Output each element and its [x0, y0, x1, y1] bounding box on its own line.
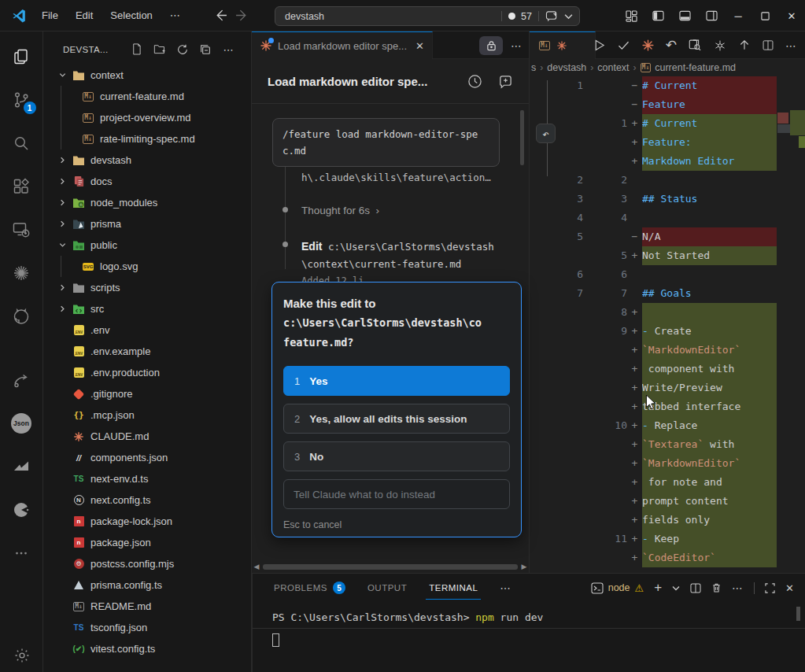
nav-back-button[interactable] — [214, 9, 227, 22]
tree-item-claude.md[interactable]: CLAUDE.md — [43, 426, 251, 447]
command-center-search[interactable]: devstash 57 — [275, 6, 580, 26]
activity-item-json[interactable]: Json — [0, 401, 43, 445]
activity-item-share[interactable] — [0, 358, 43, 401]
new-chat-icon[interactable] — [498, 74, 513, 89]
tree-item-components.json[interactable]: //components.json — [43, 447, 251, 468]
activity-item-analytics[interactable] — [0, 445, 43, 488]
breadcrumb-item-devstash[interactable]: devstash — [547, 62, 586, 73]
panel-more-icon[interactable]: ⋯ — [732, 582, 744, 594]
activity-item-wedge[interactable] — [0, 488, 43, 531]
activity-item-github[interactable] — [0, 294, 43, 338]
terminal-output[interactable]: PS C:\Users\CarlStorms\devstash> npm run… — [272, 610, 789, 626]
more-icon[interactable]: ⋯ — [220, 41, 237, 58]
tree-item-next.config.ts[interactable]: Nnext.config.ts — [43, 489, 251, 511]
split-terminal-icon[interactable] — [690, 583, 701, 593]
claude-spark-icon[interactable] — [641, 39, 655, 52]
scroll-left-icon[interactable]: ◀ — [252, 563, 261, 570]
menu-more[interactable]: ⋯ — [163, 6, 187, 24]
tree-item-package.json[interactable]: npackage.json — [43, 532, 251, 553]
tree-item-public[interactable]: public — [43, 234, 251, 256]
terminal-tab-node[interactable]: node ⚠ — [591, 582, 644, 594]
tree-item-tsconfig.json[interactable]: TStsconfig.json — [43, 617, 251, 638]
breadcrumb-item-s[interactable]: s — [531, 62, 536, 73]
chat-tab-close-icon[interactable]: ✕ — [415, 40, 424, 52]
panel-tabs-more-icon[interactable]: ⋯ — [500, 582, 511, 594]
arrow-up-icon[interactable] — [738, 39, 751, 52]
run-icon[interactable] — [593, 39, 606, 52]
tree-item-logo.svg[interactable]: SVGlogo.svg — [43, 256, 251, 277]
maximize-panel-icon[interactable] — [765, 583, 775, 593]
activity-item-source-control[interactable]: 1 — [0, 78, 43, 121]
terminal-dropdown-icon[interactable] — [672, 585, 680, 591]
discard-icon[interactable]: ↶ — [666, 39, 677, 52]
menu-edit[interactable]: Edit — [68, 6, 100, 24]
menu-selection[interactable]: Selection — [103, 6, 159, 24]
tree-item-scripts[interactable]: scripts — [43, 277, 251, 298]
window-maximize-button[interactable] — [751, 0, 778, 31]
breadcrumb-item-context[interactable]: context — [597, 62, 629, 73]
new-folder-icon[interactable] — [151, 41, 168, 58]
tree-item-package-lock.json[interactable]: npackage-lock.json — [43, 511, 251, 532]
activity-item-search[interactable] — [0, 121, 43, 164]
tree-item-.env.example[interactable]: .ENV.env.example — [43, 341, 251, 362]
panel-tab-terminal[interactable]: TERMINAL — [429, 574, 478, 602]
tree-item-postcss.config.mjs[interactable]: ⚙postcss.config.mjs — [43, 553, 251, 574]
new-terminal-icon[interactable]: + — [654, 580, 662, 596]
more-icon[interactable]: ⋯ — [785, 39, 797, 52]
claude-feedback-input[interactable] — [283, 479, 510, 509]
chat-more-icon[interactable]: ⋯ — [511, 39, 523, 52]
minimap[interactable] — [777, 76, 805, 573]
tree-item-vitest.config.ts[interactable]: (✔)vitest.config.ts — [43, 638, 251, 659]
openai-icon[interactable] — [713, 39, 727, 53]
tree-item-project-overview.md[interactable]: M↓project-overview.md — [43, 107, 251, 128]
revert-block-button[interactable]: ↶ — [536, 124, 556, 143]
toggle-sidebar-left-icon[interactable] — [644, 0, 671, 31]
activity-item-claude[interactable] — [0, 251, 43, 294]
window-minimize-button[interactable]: ─ — [725, 0, 751, 31]
thought-row[interactable]: Thought for 6s › — [301, 205, 379, 216]
chat-vertical-scrollbar[interactable] — [520, 110, 524, 165]
tree-item-readme.md[interactable]: M↓README.md — [43, 596, 251, 617]
lock-icon[interactable] — [479, 36, 503, 55]
history-icon[interactable] — [467, 74, 482, 89]
dialog-option-yes-allow-all-edits-this-session[interactable]: 2Yes, allow all edits this session — [283, 404, 510, 434]
split-editor-icon[interactable] — [762, 39, 774, 51]
refresh-icon[interactable] — [174, 41, 191, 58]
tree-item-context[interactable]: context — [43, 65, 251, 86]
tree-item-.gitignore[interactable]: .gitignore — [43, 383, 251, 404]
dialog-option-no[interactable]: 3No — [283, 441, 510, 471]
tree-item-node-modules[interactable]: nnode_modules — [43, 192, 251, 213]
dialog-option-yes[interactable]: 1Yes — [283, 366, 510, 396]
scroll-right-icon[interactable]: ▶ — [519, 563, 529, 570]
collapse-all-icon[interactable] — [197, 41, 214, 58]
new-file-icon[interactable] — [128, 41, 146, 58]
tree-item-.mcp.json[interactable]: {}.mcp.json — [43, 404, 251, 426]
tree-item-rate-limiting-spec.md[interactable]: M↓rate-limiting-spec.md — [43, 128, 251, 150]
tree-item-next-env.d.ts[interactable]: TSnext-env.d.ts — [43, 468, 251, 489]
customize-layout-icon[interactable] — [618, 0, 644, 31]
tree-item-.env[interactable]: .ENV.env — [43, 319, 251, 341]
nav-forward-button[interactable] — [235, 9, 249, 22]
activity-item-explorer[interactable] — [0, 35, 43, 78]
panel-tab-problems[interactable]: PROBLEMS5 — [274, 574, 345, 602]
editor-tab[interactable]: M↓ — [530, 31, 596, 59]
activity-item-extensions[interactable] — [0, 164, 43, 208]
tree-item-prisma.config.ts[interactable]: prisma.config.ts — [43, 574, 251, 596]
breadcrumb-item-current-feature.md[interactable]: current-feature.md — [655, 62, 736, 73]
toggle-sidebar-right-icon[interactable] — [698, 0, 725, 31]
menu-file[interactable]: File — [35, 6, 65, 24]
tree-item-src[interactable]: src — [43, 298, 251, 319]
tree-item-docs[interactable]: docs — [43, 171, 251, 192]
tree-item-devstash[interactable]: devstash — [43, 150, 251, 171]
close-panel-icon[interactable]: ✕ — [785, 582, 794, 594]
toggle-panel-icon[interactable] — [671, 0, 698, 31]
window-close-button[interactable]: ✕ — [778, 0, 805, 31]
tree-item-prisma[interactable]: prisma — [43, 213, 251, 234]
activity-item-remote-explorer[interactable] — [0, 208, 43, 251]
chat-sync-icon[interactable] — [545, 10, 559, 22]
chat-horizontal-scrollbar[interactable]: ◀ ▶ — [252, 560, 529, 573]
activity-item-more[interactable] — [0, 531, 43, 574]
terminal-scrollbar[interactable] — [796, 607, 800, 621]
chat-tab[interactable]: Load markdown editor spe... ✕ — [252, 31, 433, 59]
check-icon[interactable] — [617, 39, 630, 52]
